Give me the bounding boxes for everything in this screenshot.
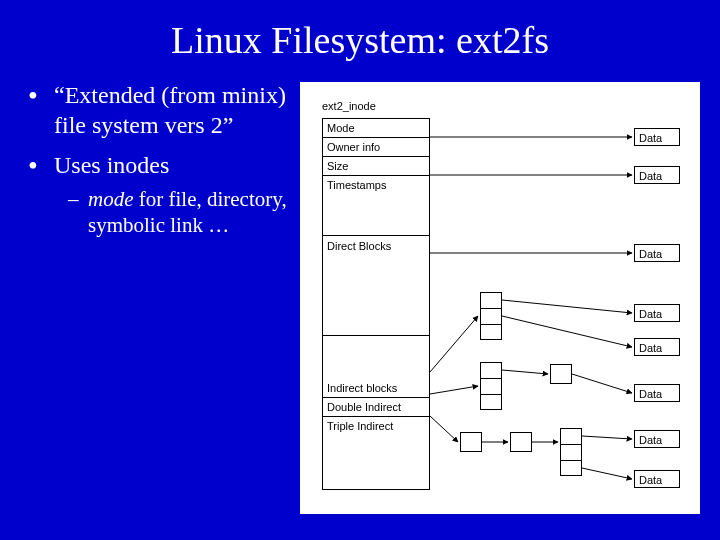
bullet-1: “Extended (from minix) file system vers … <box>28 80 288 140</box>
svg-line-12 <box>582 436 632 439</box>
double-l2-ptrbox <box>550 364 572 384</box>
subbullet-1: mode for file, directory, symbolic link … <box>68 186 288 239</box>
inode-box: Mode Owner info Size Timestamps Direct B… <box>322 118 430 490</box>
data-block-7: Data <box>634 430 680 448</box>
slide: Linux Filesystem: ext2fs “Extended (from… <box>0 0 720 540</box>
triple-l2-ptrbox <box>510 432 532 452</box>
data-block-5: Data <box>634 338 680 356</box>
svg-line-6 <box>430 386 478 394</box>
bullet-content: “Extended (from minix) file system vers … <box>28 80 288 249</box>
svg-line-7 <box>502 370 548 374</box>
data-block-6: Data <box>634 384 680 402</box>
field-owner: Owner info <box>323 138 429 157</box>
data-block-1: Data <box>634 128 680 146</box>
field-size: Size <box>323 157 429 176</box>
double-l1-ptrbox <box>480 362 502 410</box>
svg-line-13 <box>582 468 632 479</box>
data-block-8: Data <box>634 470 680 488</box>
data-block-2: Data <box>634 166 680 184</box>
field-direct: Direct Blocks <box>323 236 429 336</box>
svg-line-5 <box>502 316 632 347</box>
svg-line-4 <box>502 300 632 313</box>
svg-line-8 <box>572 374 632 393</box>
svg-line-9 <box>430 416 458 442</box>
bullet-2: Uses inodes mode for file, directory, sy… <box>28 150 288 239</box>
svg-line-3 <box>430 316 478 372</box>
inode-title-label: ext2_inode <box>322 100 376 112</box>
data-block-4: Data <box>634 304 680 322</box>
inode-diagram: ext2_inode Mode Owner info Size Timestam… <box>300 82 700 514</box>
field-double: Double Indirect <box>323 398 429 417</box>
field-mode: Mode <box>323 119 429 138</box>
slide-title: Linux Filesystem: ext2fs <box>0 18 720 62</box>
field-timestamps: Timestamps <box>323 176 429 236</box>
field-indirect: Indirect blocks <box>323 336 429 398</box>
bullet-1-text: “Extended (from minix) file system vers … <box>54 82 286 138</box>
data-block-3: Data <box>634 244 680 262</box>
indirect-ptrbox <box>480 292 502 340</box>
subbullet-1-em: mode <box>88 187 134 211</box>
bullet-2-text: Uses inodes <box>54 152 169 178</box>
triple-l3-ptrbox <box>560 428 582 476</box>
field-triple: Triple Indirect <box>323 417 429 435</box>
triple-l1-ptrbox <box>460 432 482 452</box>
